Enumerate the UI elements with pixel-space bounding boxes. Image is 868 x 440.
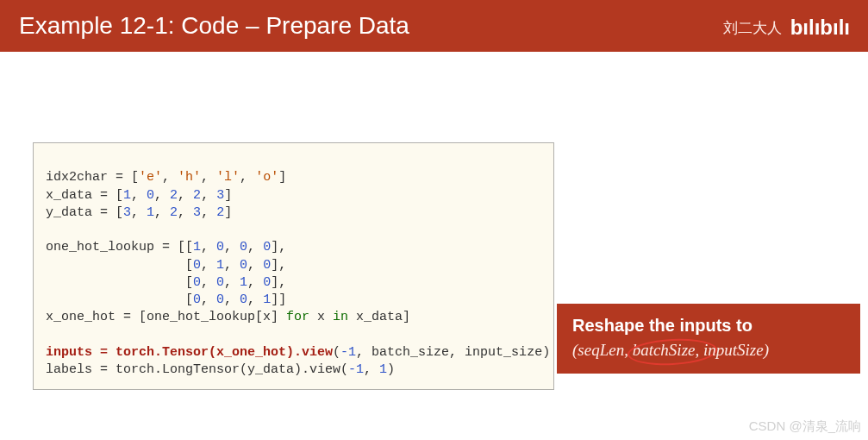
bilibili-logo-icon: bılıbılı [790,16,849,40]
code-line: idx2char = ['e', 'h', 'l', 'o'] [46,170,286,185]
term-inputsize: inputSize [703,341,764,360]
slide-title: Example 12-1: Code – Prepare Data [19,12,409,40]
code-line: one_hot_lookup = [[1, 0, 0, 0], [46,240,286,255]
code-line: x_data = [1, 0, 2, 2, 3] [46,188,232,203]
annotation-box: Reshape the inputs to (seqLen, batchSize… [557,304,860,374]
code-line: labels = torch.LongTensor(y_data).view(-… [46,362,395,377]
title-right-cluster: 刘二大人 bılıbılı [723,14,849,38]
annotation-formula: (seqLen, batchSize, inputSize) [572,341,845,360]
term-seqlen: seqLen [578,341,624,360]
annotation-heading: Reshape the inputs to [572,316,845,336]
code-line: [0, 1, 0, 0], [46,258,286,273]
code-line-emphasis: inputs = torch.Tensor(x_one_hot).view(-1… [46,345,550,360]
code-line: x_one_hot = [one_hot_lookup[x] for x in … [46,310,410,324]
code-line: y_data = [3, 1, 2, 3, 2] [46,205,232,220]
code-line: [0, 0, 0, 1]] [46,292,286,307]
code-line: [0, 0, 1, 0], [46,275,286,290]
watermark: CSDN @清泉_流响 [749,418,861,435]
title-bar: Example 12-1: Code – Prepare Data 刘二大人 b… [0,0,868,52]
code-block: idx2char = ['e', 'h', 'l', 'o'] x_data =… [33,142,554,390]
term-batchsize-circled: batchSize [633,341,696,360]
author-label: 刘二大人 [723,18,782,38]
